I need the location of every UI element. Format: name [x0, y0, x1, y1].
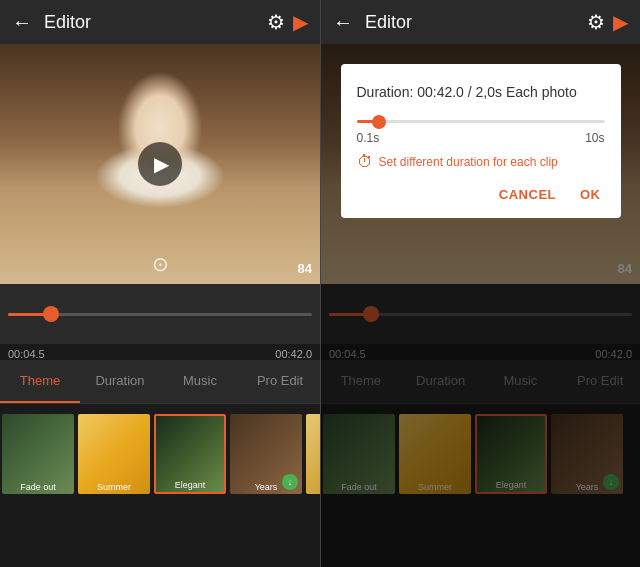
- left-timeline-track[interactable]: [8, 313, 312, 316]
- left-tab-duration[interactable]: Duration: [80, 360, 160, 403]
- duration-slider-thumb[interactable]: [372, 115, 386, 129]
- left-film-fade-out[interactable]: Fade out: [2, 414, 74, 494]
- diff-duration-icon[interactable]: ⏱: [357, 153, 373, 171]
- left-back-button[interactable]: ←: [12, 11, 32, 34]
- right-settings-icon[interactable]: ⚙: [587, 10, 605, 34]
- duration-slider-container[interactable]: [357, 120, 605, 123]
- duration-range-labels: 0.1s 10s: [357, 131, 605, 145]
- left-film-candy-label: Candy: [306, 482, 320, 492]
- right-panel: ← Editor ⚙ ▶ 84 Duration: 00:42.0 / 2,0s…: [321, 0, 640, 567]
- left-film-fade-out-label: Fade out: [2, 482, 74, 492]
- dialog-ok-button[interactable]: OK: [576, 183, 605, 206]
- left-film-candy[interactable]: Candy: [306, 414, 320, 494]
- diff-duration-text[interactable]: Set different duration for each clip: [379, 155, 558, 169]
- duration-dialog-title: Duration: 00:42.0 / 2,0s Each photo: [357, 84, 605, 100]
- right-back-button[interactable]: ←: [333, 11, 353, 34]
- left-film-elegant[interactable]: Elegant: [154, 414, 226, 494]
- left-film-years[interactable]: Years ↓: [230, 414, 302, 494]
- left-timeline: [0, 284, 320, 344]
- left-video-area: ▶ 84 ⊙: [0, 44, 320, 284]
- left-play-button[interactable]: ▶: [138, 142, 182, 186]
- right-send-icon[interactable]: ▶: [613, 10, 628, 34]
- left-film-elegant-label: Elegant: [156, 480, 224, 490]
- left-badge: 84: [298, 261, 312, 276]
- left-timeline-thumb[interactable]: [43, 306, 59, 322]
- left-tab-bar: Theme Duration Music Pro Edit: [0, 360, 320, 404]
- left-film-summer-label: Summer: [78, 482, 150, 492]
- duration-dialog-overlay: Duration: 00:42.0 / 2,0s Each photo 0.1s…: [321, 44, 640, 567]
- left-editor-title: Editor: [44, 12, 255, 33]
- left-film-summer[interactable]: Summer: [78, 414, 150, 494]
- left-end-time: 00:42.0: [275, 348, 312, 360]
- left-start-time: 00:04.5: [8, 348, 45, 360]
- duration-max-label: 10s: [585, 131, 604, 145]
- left-time-labels: 00:04.5 00:42.0: [0, 344, 320, 360]
- left-film-years-download-icon[interactable]: ↓: [282, 474, 298, 490]
- left-filmstrip: Fade out Summer Elegant Years ↓ Candy: [0, 404, 320, 567]
- left-settings-icon[interactable]: ⚙: [267, 10, 285, 34]
- right-header: ← Editor ⚙ ▶: [321, 0, 640, 44]
- duration-min-label: 0.1s: [357, 131, 380, 145]
- left-header: ← Editor ⚙ ▶: [0, 0, 320, 44]
- left-scan-icon[interactable]: ⊙: [152, 252, 169, 276]
- left-panel: ← Editor ⚙ ▶ ▶ 84 ⊙ 00:04.5 00:42.0 Them…: [0, 0, 320, 567]
- left-tab-music[interactable]: Music: [160, 360, 240, 403]
- left-tab-theme[interactable]: Theme: [0, 360, 80, 403]
- left-send-icon[interactable]: ▶: [293, 10, 308, 34]
- left-play-icon: ▶: [154, 152, 169, 176]
- duration-dialog: Duration: 00:42.0 / 2,0s Each photo 0.1s…: [341, 64, 621, 218]
- left-tab-pro-edit[interactable]: Pro Edit: [240, 360, 320, 403]
- dialog-cancel-button[interactable]: CANCEL: [495, 183, 560, 206]
- duration-slider-track[interactable]: [357, 120, 605, 123]
- dialog-buttons: CANCEL OK: [357, 183, 605, 206]
- right-editor-title: Editor: [365, 12, 575, 33]
- diff-duration-row: ⏱ Set different duration for each clip: [357, 153, 605, 171]
